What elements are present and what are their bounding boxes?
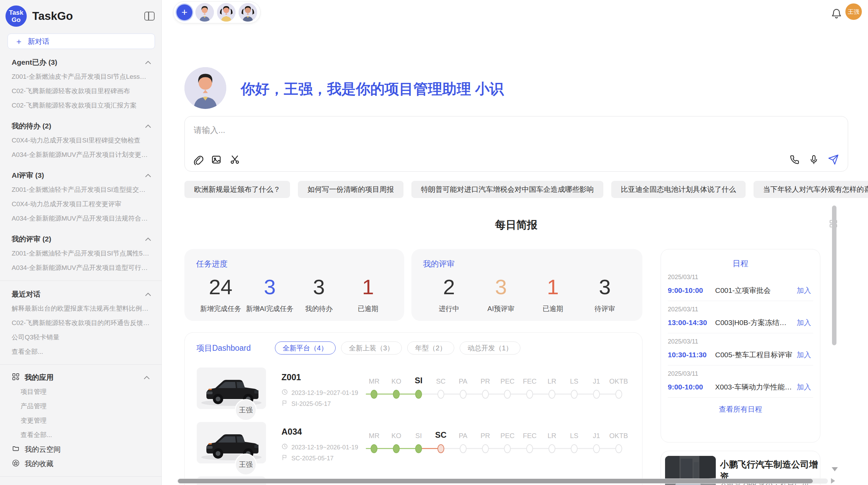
agent-avatar-2[interactable] <box>217 3 236 22</box>
join-meeting-link[interactable]: 加入 <box>797 286 811 295</box>
chevron-up-icon[interactable] <box>144 376 150 380</box>
milestone-dot-future <box>571 390 578 399</box>
schedule-event-title: C005-整车工程目标评审 <box>715 350 793 360</box>
sidebar-section-title[interactable]: AI评审 (3) <box>0 168 161 183</box>
chevron-up-icon[interactable] <box>145 61 151 64</box>
dashboard-tab[interactable]: 全新平台（4） <box>275 341 336 355</box>
sidebar-link-favorites[interactable]: 我的收藏 <box>0 457 161 471</box>
phone-icon[interactable] <box>789 154 800 165</box>
new-chat-button[interactable]: ＋ 新对话 <box>8 34 155 49</box>
scroll-down-arrow-icon[interactable] <box>832 467 838 471</box>
agent-avatar-3[interactable] <box>239 3 257 22</box>
milestone-label: PA <box>452 432 474 440</box>
chevron-up-icon[interactable] <box>145 174 151 177</box>
suggestion-chip[interactable]: 当下年轻人对汽车外观有怎样的喜好趋势 <box>754 181 868 198</box>
recent-chat-item[interactable]: 查看全部... <box>0 345 161 359</box>
recent-chat-item[interactable]: C02-飞腾新能源轻客改款项目的闭环通告反馈情况 <box>0 316 161 330</box>
chevron-up-icon[interactable] <box>145 293 151 296</box>
sidebar-link-cloud-space[interactable]: 我的云空间 <box>0 442 161 457</box>
taskgo-app: { "app": { "name": "TaskGo", "logo_line1… <box>0 0 868 485</box>
project-row[interactable]: 王强Z0012023-12-19~2027-01-19SI-2025-05-17… <box>185 368 642 409</box>
briefing-header: 每日简报 <box>184 218 848 232</box>
join-meeting-link[interactable]: 加入 <box>797 318 811 327</box>
add-agent-button[interactable]: + <box>177 4 192 20</box>
horizontal-scrollbar-track[interactable] <box>177 478 828 484</box>
assistant-greeting: 你好，王强，我是你的项目管理助理 小识 <box>241 79 504 99</box>
dashboard-tab[interactable]: 全新上装（3） <box>341 341 402 355</box>
agent-avatar-1[interactable] <box>195 3 214 22</box>
recent-chat-item[interactable]: 公司Q3轻卡销量 <box>0 330 161 345</box>
chat-input-placeholder: 请输入... <box>194 125 225 136</box>
user-avatar[interactable]: 王强 <box>845 3 862 20</box>
sidebar-section-title[interactable]: 我的评审 (2) <box>0 232 161 246</box>
milestone-label: MR <box>363 377 385 386</box>
join-meeting-link[interactable]: 加入 <box>797 350 811 360</box>
suggestion-chip[interactable]: 比亚迪全固态电池计划具体说了什么 <box>611 181 746 198</box>
stat-label: AI预评审 <box>475 304 527 313</box>
milestone-dot-done <box>393 444 400 453</box>
scissors-icon[interactable] <box>229 154 240 165</box>
dashboard-tab[interactable]: 年型（2） <box>407 341 454 355</box>
divider <box>0 476 161 477</box>
suggestion-chip[interactable]: 欧洲新规最近颁布了什么？ <box>184 181 290 198</box>
milestone-label: LR <box>541 432 563 440</box>
dashboard-tab[interactable]: 动总开发（1） <box>460 341 520 355</box>
sidebar-task-item[interactable]: Z001-全新燃油轻卡产品开发项目SI节点属性5D文件评审 <box>0 246 161 261</box>
sidebar-section-title[interactable]: 我的待办 (2) <box>0 119 161 133</box>
sidebar-tool-ai-staff[interactable]: AI超级员工 <box>0 482 161 485</box>
recent-chats-title[interactable]: 最近对话 <box>0 287 161 301</box>
horizontal-scrollbar-thumb[interactable] <box>178 479 813 483</box>
app-item[interactable]: 查看全部... <box>0 428 161 442</box>
sidebar-collapse-icon[interactable] <box>144 12 155 21</box>
app-item[interactable]: 项目管理 <box>0 385 161 399</box>
my-review-card: 我的评审2进行中3AI预评审1已逾期3待评审 <box>411 249 642 321</box>
stat-card-title: 我的评审 <box>423 259 631 269</box>
project-vehicle-image <box>197 368 266 409</box>
my-apps-header[interactable]: 我的应用 <box>0 370 161 385</box>
milestone-label: J1 <box>585 432 607 440</box>
assistant-avatar <box>184 67 226 109</box>
sidebar-task-item[interactable]: A034-全新新能源MUV产品开发项目造型可行性评审 <box>0 261 161 275</box>
recent-chat-item[interactable]: 解释最新出台的欧盟报废车法规再生塑料比例被调至15%... <box>0 301 161 316</box>
attach-icon[interactable] <box>192 154 203 165</box>
milestone-dot-done <box>415 444 422 453</box>
app-item[interactable]: 产品管理 <box>0 399 161 413</box>
sidebar-task-item[interactable]: C02-飞腾新能源轻客改款项目立项汇报方案 <box>0 98 161 113</box>
notification-bell-icon[interactable] <box>831 8 842 21</box>
schedule-event-title: C001-立项审批会 <box>715 286 793 295</box>
milestone-label: J1 <box>585 377 607 386</box>
view-all-schedule-link[interactable]: 查看所有日程 <box>661 405 820 414</box>
schedule-entries: 2025/03/119:00-10:00C001-立项审批会加入2025/03/… <box>661 269 820 398</box>
sidebar-task-item[interactable]: A034-全新新能源MUV产品开发项目计划变更表编写 <box>0 148 161 162</box>
milestone-dot-cell <box>385 390 408 399</box>
suggestion-chip[interactable]: 特朗普可能对进口汽车增税会对中国车企造成哪些影响 <box>411 181 603 198</box>
join-meeting-link[interactable]: 加入 <box>797 382 811 392</box>
sidebar-task-item[interactable]: Z001-全新燃油轻卡产品开发项目SI造型提交物评审 <box>0 183 161 197</box>
sidebar-task-item[interactable]: C02-飞腾新能源轻客改款项目里程碑画布 <box>0 84 161 98</box>
sidebar-task-item[interactable]: C0X4-动力总成开发项目SI里程碑提交物检查 <box>0 133 161 148</box>
sidebar-section-title[interactable]: Agent已办 (3) <box>0 55 161 70</box>
milestone-dots <box>363 441 630 456</box>
sidebar-task-item[interactable]: Z001-全新燃油皮卡产品开发项目SI节点Lesson Learn报告 <box>0 70 161 84</box>
milestone-track: MRKOSISCPAPRPECFECLRLSJ1OKTB <box>363 425 630 456</box>
milestone-dot-done <box>371 444 377 453</box>
stat-cell: 24新增完成任务 <box>196 275 245 313</box>
stat-value: 3 <box>579 275 631 299</box>
image-icon[interactable] <box>211 154 222 165</box>
dashboard-title: 项目Dashboard <box>196 343 251 353</box>
sidebar: Task Go TaskGo ＋ 新对话 Agent已办 (3)Z001-全新燃… <box>0 0 162 485</box>
scroll-right-arrow-icon[interactable] <box>831 478 835 484</box>
chevron-up-icon[interactable] <box>145 237 151 241</box>
app-item[interactable]: 变更管理 <box>0 413 161 428</box>
suggestion-chip[interactable]: 如何写一份清晰的项目周报 <box>298 181 403 198</box>
mic-icon[interactable] <box>809 154 819 165</box>
project-row[interactable]: 王强A0342023-12-19~2026-01-19SC-2025-05-17… <box>185 422 642 463</box>
chevron-up-icon[interactable] <box>145 124 151 128</box>
sidebar-task-item[interactable]: A034-全新新能源MUV产品开发项目法规符合性评审 <box>0 211 161 226</box>
chat-input[interactable]: 请输入... <box>184 116 848 172</box>
milestone-dot-cell <box>563 444 585 453</box>
vertical-scrollbar-thumb[interactable] <box>832 206 836 345</box>
sidebar-task-item[interactable]: C0X4-动力总成开发项目工程变更评审 <box>0 197 161 211</box>
schedule-time: 13:00-14:30 <box>668 319 715 327</box>
send-icon[interactable] <box>828 154 839 165</box>
